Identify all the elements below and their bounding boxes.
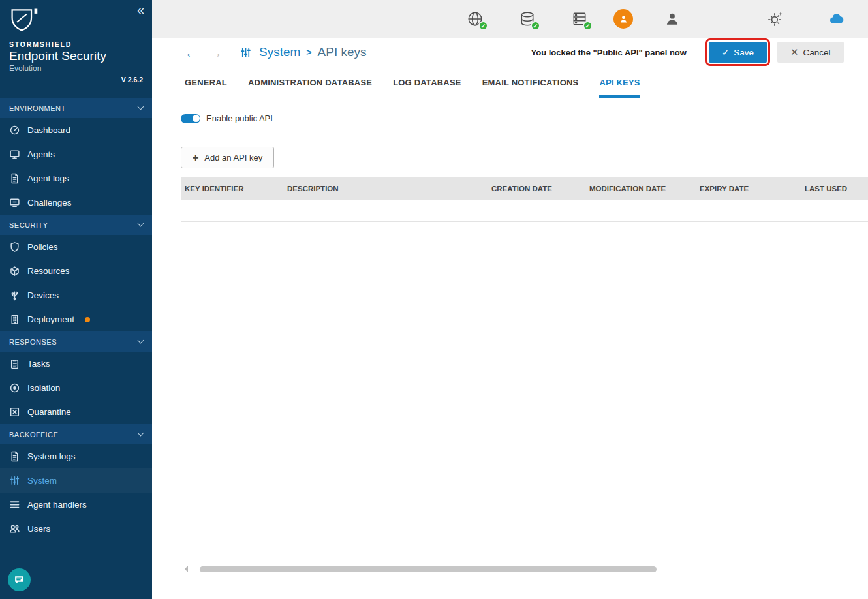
breadcrumb-section[interactable]: System <box>259 45 300 59</box>
api-keys-table: KEY IDENTIFIER DESCRIPTION CREATION DATE… <box>181 177 868 222</box>
section-label: RESPONSES <box>9 338 57 346</box>
sidebar-item-label: Challenges <box>27 198 72 207</box>
sidebar-item-deployment[interactable]: Deployment <box>0 307 152 331</box>
sidebar-item-label: Deployment <box>27 315 74 324</box>
agents-icon <box>9 149 20 160</box>
lock-status-message: You locked the "Public API" panel now <box>531 48 686 57</box>
alert-circle <box>613 9 633 29</box>
table-empty-row <box>181 200 868 222</box>
sidebar-item-agents[interactable]: Agents <box>0 142 152 166</box>
enable-public-api-row: Enable public API <box>181 114 868 123</box>
sidebar-item-isolation[interactable]: Isolation <box>0 376 152 400</box>
sidebar-item-challenges[interactable]: Challenges <box>0 191 152 215</box>
enable-public-api-toggle[interactable] <box>181 114 200 123</box>
sidebar-item-label: Users <box>27 524 50 534</box>
toggle-label: Enable public API <box>206 114 273 123</box>
scroll-left-arrow[interactable] <box>185 566 188 572</box>
sidebar-item-label: Quarantine <box>27 407 71 417</box>
users-icon <box>9 523 20 534</box>
sidebar-item-agent-logs[interactable]: Agent logs <box>0 166 152 191</box>
plus-icon: + <box>193 153 198 163</box>
sidebar-section-responses[interactable]: RESPONSES <box>0 331 152 352</box>
save-button[interactable]: ✓ Save <box>709 42 767 63</box>
api-keys-panel: Enable public API + Add an API key KEY I… <box>152 98 868 599</box>
breadcrumb-bar: ← → System > API keys You locked the "Pu… <box>152 38 868 67</box>
column-header-description[interactable]: DESCRIPTION <box>283 185 488 192</box>
sidebar-item-tasks[interactable]: Tasks <box>0 352 152 376</box>
sidebar-item-policies[interactable]: Policies <box>0 235 152 259</box>
horizontal-scrollbar <box>185 565 868 573</box>
sidebar-item-label: Dashboard <box>27 125 70 135</box>
breadcrumb: System > API keys <box>259 45 367 59</box>
check-icon: ✓ <box>722 47 729 57</box>
settings-tabs: GENERAL ADMINISTRATION DATABASE LOG DATA… <box>152 67 868 98</box>
sidebar-item-system-logs[interactable]: System logs <box>0 444 152 468</box>
sidebar-item-label: Policies <box>27 242 58 252</box>
sidebar-section-security[interactable]: SECURITY <box>0 215 152 235</box>
forward-arrow-button[interactable]: → <box>209 46 223 59</box>
user-icon[interactable] <box>662 9 682 29</box>
brand-product: Endpoint Security <box>9 49 144 63</box>
cloud-icon[interactable] <box>827 9 846 29</box>
deployment-notification-dot <box>85 317 90 322</box>
column-header-creation-date[interactable]: CREATION DATE <box>488 185 585 192</box>
system-icon <box>9 475 20 486</box>
tab-general[interactable]: GENERAL <box>185 67 227 98</box>
agent-alert-icon[interactable] <box>613 9 633 29</box>
sidebar-item-label: Devices <box>27 290 59 300</box>
sidebar-item-dashboard[interactable]: Dashboard <box>0 118 152 142</box>
tab-log-database[interactable]: LOG DATABASE <box>393 67 461 98</box>
chevron-down-icon <box>138 221 144 227</box>
resources-icon <box>9 266 20 277</box>
stormshield-logo-icon <box>9 7 39 34</box>
scrollbar-thumb[interactable] <box>200 566 657 572</box>
database-status-ok-icon[interactable]: ✓ <box>518 9 537 29</box>
add-api-key-label: Add an API key <box>204 153 262 162</box>
section-label: ENVIRONMENT <box>9 104 66 112</box>
challenges-icon <box>9 197 20 208</box>
quarantine-icon <box>9 407 20 418</box>
sidebar-section-backoffice[interactable]: BACKOFFICE <box>0 424 152 444</box>
breadcrumb-separator: > <box>306 47 311 57</box>
tab-api-keys[interactable]: API KEYS <box>599 67 640 98</box>
column-header-modification-date[interactable]: MODIFICATION DATE <box>585 185 696 192</box>
sidebar-item-quarantine[interactable]: Quarantine <box>0 400 152 424</box>
sidebar-item-system[interactable]: System <box>0 468 152 493</box>
column-header-last-used[interactable]: LAST USED <box>801 185 868 192</box>
sidebar-item-label: Agent logs <box>27 174 69 183</box>
settings-gear-icon[interactable] <box>766 9 785 29</box>
section-label: BACKOFFICE <box>9 431 58 438</box>
server-status-ok-icon[interactable]: ✓ <box>570 9 589 29</box>
back-arrow-button[interactable]: ← <box>185 46 198 59</box>
sidebar-item-devices[interactable]: Devices <box>0 283 152 307</box>
status-check-badge: ✓ <box>531 21 540 31</box>
tab-administration-database[interactable]: ADMINISTRATION DATABASE <box>248 67 372 98</box>
brand-version: V 2.6.2 <box>9 76 144 84</box>
system-sliders-icon <box>240 46 252 59</box>
scrollbar-track[interactable] <box>192 566 868 572</box>
brand-name: STORMSHIELD <box>9 40 144 48</box>
sidebar-section-environment[interactable]: ENVIRONMENT <box>0 98 152 118</box>
chevron-down-icon <box>138 104 144 110</box>
sidebar-item-label: Tasks <box>27 359 50 369</box>
cancel-button[interactable]: ✕ Cancel <box>777 42 844 63</box>
brand-edition: Evolution <box>9 64 144 73</box>
status-check-badge: ✓ <box>478 21 488 31</box>
chat-support-button[interactable] <box>8 568 31 591</box>
dashboard-icon <box>9 125 20 136</box>
sidebar-item-label: Resources <box>27 266 70 276</box>
sidebar-item-agent-handlers[interactable]: Agent handlers <box>0 493 152 517</box>
add-api-key-button[interactable]: + Add an API key <box>181 147 274 168</box>
sidebar-item-resources[interactable]: Resources <box>0 259 152 283</box>
agent-handlers-icon <box>9 499 20 510</box>
policies-icon <box>9 241 20 253</box>
devices-icon <box>9 290 20 301</box>
column-header-expiry-date[interactable]: EXPIRY DATE <box>696 185 801 192</box>
collapse-sidebar-button[interactable]: « <box>137 3 144 18</box>
tab-email-notifications[interactable]: EMAIL NOTIFICATIONS <box>482 67 579 98</box>
sidebar-item-label: System <box>27 476 57 485</box>
sidebar-item-label: Agent handlers <box>27 500 87 510</box>
globe-status-ok-icon[interactable]: ✓ <box>465 9 485 29</box>
sidebar-item-users[interactable]: Users <box>0 517 152 541</box>
column-header-key-identifier[interactable]: KEY IDENTIFIER <box>181 185 283 192</box>
